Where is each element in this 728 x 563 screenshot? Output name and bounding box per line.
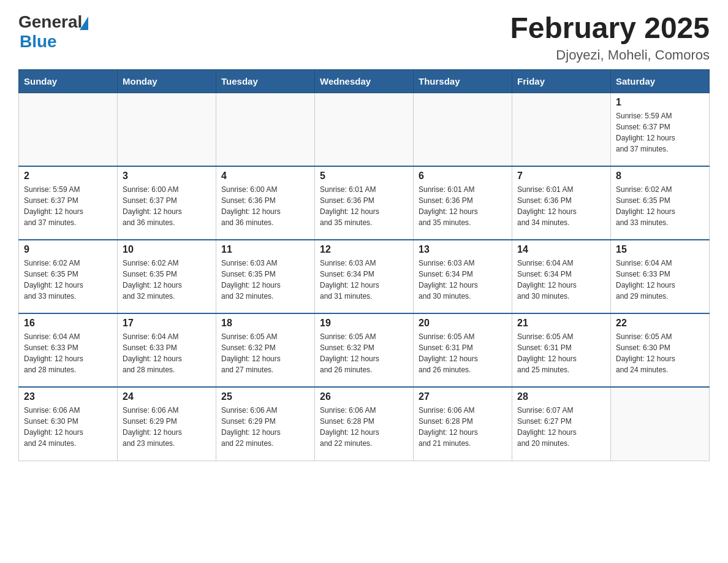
- logo: General Blue: [18, 12, 88, 52]
- day-info: Sunrise: 6:01 AM Sunset: 6:36 PM Dayligh…: [320, 184, 408, 228]
- day-info: Sunrise: 6:06 AM Sunset: 6:29 PM Dayligh…: [221, 405, 309, 449]
- calendar-day-cell: 19Sunrise: 6:05 AM Sunset: 6:32 PM Dayli…: [315, 313, 414, 387]
- calendar-day-cell: 25Sunrise: 6:06 AM Sunset: 6:29 PM Dayli…: [216, 387, 315, 461]
- calendar-header-row: SundayMondayTuesdayWednesdayThursdayFrid…: [19, 69, 710, 93]
- day-number: 20: [419, 318, 507, 329]
- calendar-day-cell: 14Sunrise: 6:04 AM Sunset: 6:34 PM Dayli…: [512, 240, 611, 313]
- title-area: February 2025 Djoyezi, Moheli, Comoros: [510, 12, 710, 63]
- day-number: 14: [517, 244, 605, 255]
- calendar-day-cell: [118, 93, 216, 166]
- calendar-day-cell: 7Sunrise: 6:01 AM Sunset: 6:36 PM Daylig…: [512, 166, 611, 240]
- calendar-day-cell: 28Sunrise: 6:07 AM Sunset: 6:27 PM Dayli…: [512, 387, 611, 461]
- calendar-day-cell: 26Sunrise: 6:06 AM Sunset: 6:28 PM Dayli…: [315, 387, 414, 461]
- calendar-day-cell: 3Sunrise: 6:00 AM Sunset: 6:37 PM Daylig…: [118, 166, 216, 240]
- day-number: 16: [24, 318, 112, 329]
- calendar-day-cell: [19, 93, 118, 166]
- page-header: General Blue February 2025 Djoyezi, Mohe…: [18, 12, 710, 63]
- calendar-week-row: 2Sunrise: 5:59 AM Sunset: 6:37 PM Daylig…: [19, 166, 710, 240]
- day-info: Sunrise: 6:05 AM Sunset: 6:31 PM Dayligh…: [419, 331, 507, 375]
- calendar-day-cell: 27Sunrise: 6:06 AM Sunset: 6:28 PM Dayli…: [414, 387, 512, 461]
- calendar-week-row: 16Sunrise: 6:04 AM Sunset: 6:33 PM Dayli…: [19, 313, 710, 387]
- calendar-day-cell: [611, 387, 710, 461]
- calendar-day-cell: [414, 93, 512, 166]
- calendar-day-cell: 15Sunrise: 6:04 AM Sunset: 6:33 PM Dayli…: [611, 240, 710, 313]
- logo-text-blue: Blue: [20, 32, 57, 52]
- day-number: 11: [221, 244, 309, 255]
- day-info: Sunrise: 6:02 AM Sunset: 6:35 PM Dayligh…: [24, 258, 112, 302]
- day-info: Sunrise: 6:00 AM Sunset: 6:36 PM Dayligh…: [221, 184, 309, 228]
- day-info: Sunrise: 6:06 AM Sunset: 6:28 PM Dayligh…: [320, 405, 408, 449]
- day-number: 1: [616, 97, 704, 108]
- day-info: Sunrise: 6:02 AM Sunset: 6:35 PM Dayligh…: [616, 184, 704, 228]
- day-number: 9: [24, 244, 112, 255]
- column-header-friday: Friday: [512, 69, 611, 93]
- column-header-saturday: Saturday: [611, 69, 710, 93]
- day-number: 17: [123, 318, 211, 329]
- day-number: 27: [419, 391, 507, 402]
- column-header-sunday: Sunday: [19, 69, 118, 93]
- location-title: Djoyezi, Moheli, Comoros: [510, 47, 710, 63]
- calendar-week-row: 9Sunrise: 6:02 AM Sunset: 6:35 PM Daylig…: [19, 240, 710, 313]
- column-header-wednesday: Wednesday: [315, 69, 414, 93]
- calendar-table: SundayMondayTuesdayWednesdayThursdayFrid…: [18, 69, 710, 461]
- month-title: February 2025: [510, 12, 710, 45]
- logo-text-general: General: [18, 12, 82, 32]
- logo-triangle-icon: [80, 17, 88, 30]
- day-number: 18: [221, 318, 309, 329]
- day-number: 12: [320, 244, 408, 255]
- calendar-day-cell: [512, 93, 611, 166]
- day-number: 5: [320, 170, 408, 182]
- calendar-week-row: 1Sunrise: 5:59 AM Sunset: 6:37 PM Daylig…: [19, 93, 710, 166]
- day-number: 21: [517, 318, 605, 329]
- calendar-day-cell: 8Sunrise: 6:02 AM Sunset: 6:35 PM Daylig…: [611, 166, 710, 240]
- day-number: 22: [616, 318, 704, 329]
- day-number: 10: [123, 244, 211, 255]
- day-number: 28: [517, 391, 605, 402]
- calendar-day-cell: 13Sunrise: 6:03 AM Sunset: 6:34 PM Dayli…: [414, 240, 512, 313]
- day-number: 24: [123, 391, 211, 402]
- day-info: Sunrise: 6:06 AM Sunset: 6:30 PM Dayligh…: [24, 405, 112, 449]
- day-info: Sunrise: 6:01 AM Sunset: 6:36 PM Dayligh…: [419, 184, 507, 228]
- day-number: 23: [24, 391, 112, 402]
- day-info: Sunrise: 6:04 AM Sunset: 6:33 PM Dayligh…: [24, 331, 112, 375]
- day-info: Sunrise: 6:07 AM Sunset: 6:27 PM Dayligh…: [517, 405, 605, 449]
- calendar-day-cell: 23Sunrise: 6:06 AM Sunset: 6:30 PM Dayli…: [19, 387, 118, 461]
- day-info: Sunrise: 6:05 AM Sunset: 6:32 PM Dayligh…: [320, 331, 408, 375]
- day-info: Sunrise: 6:06 AM Sunset: 6:29 PM Dayligh…: [123, 405, 211, 449]
- calendar-week-row: 23Sunrise: 6:06 AM Sunset: 6:30 PM Dayli…: [19, 387, 710, 461]
- calendar-day-cell: 9Sunrise: 6:02 AM Sunset: 6:35 PM Daylig…: [19, 240, 118, 313]
- day-info: Sunrise: 6:05 AM Sunset: 6:30 PM Dayligh…: [616, 331, 704, 375]
- day-info: Sunrise: 6:05 AM Sunset: 6:32 PM Dayligh…: [221, 331, 309, 375]
- calendar-day-cell: 16Sunrise: 6:04 AM Sunset: 6:33 PM Dayli…: [19, 313, 118, 387]
- day-info: Sunrise: 6:01 AM Sunset: 6:36 PM Dayligh…: [517, 184, 605, 228]
- column-header-monday: Monday: [118, 69, 216, 93]
- day-info: Sunrise: 6:03 AM Sunset: 6:34 PM Dayligh…: [419, 258, 507, 302]
- calendar-day-cell: 17Sunrise: 6:04 AM Sunset: 6:33 PM Dayli…: [118, 313, 216, 387]
- day-number: 15: [616, 244, 704, 255]
- day-info: Sunrise: 6:06 AM Sunset: 6:28 PM Dayligh…: [419, 405, 507, 449]
- day-info: Sunrise: 6:04 AM Sunset: 6:34 PM Dayligh…: [517, 258, 605, 302]
- day-info: Sunrise: 6:03 AM Sunset: 6:35 PM Dayligh…: [221, 258, 309, 302]
- calendar-day-cell: 6Sunrise: 6:01 AM Sunset: 6:36 PM Daylig…: [414, 166, 512, 240]
- day-info: Sunrise: 6:04 AM Sunset: 6:33 PM Dayligh…: [123, 331, 211, 375]
- day-info: Sunrise: 5:59 AM Sunset: 6:37 PM Dayligh…: [616, 110, 704, 155]
- day-info: Sunrise: 5:59 AM Sunset: 6:37 PM Dayligh…: [24, 184, 112, 228]
- calendar-day-cell: 5Sunrise: 6:01 AM Sunset: 6:36 PM Daylig…: [315, 166, 414, 240]
- day-number: 2: [24, 170, 112, 182]
- day-number: 3: [123, 170, 211, 182]
- day-info: Sunrise: 6:02 AM Sunset: 6:35 PM Dayligh…: [123, 258, 211, 302]
- calendar-day-cell: 11Sunrise: 6:03 AM Sunset: 6:35 PM Dayli…: [216, 240, 315, 313]
- column-header-thursday: Thursday: [414, 69, 512, 93]
- calendar-day-cell: 10Sunrise: 6:02 AM Sunset: 6:35 PM Dayli…: [118, 240, 216, 313]
- day-info: Sunrise: 6:05 AM Sunset: 6:31 PM Dayligh…: [517, 331, 605, 375]
- day-number: 6: [419, 170, 507, 182]
- day-number: 8: [616, 170, 704, 182]
- day-number: 19: [320, 318, 408, 329]
- calendar-day-cell: [315, 93, 414, 166]
- calendar-day-cell: [216, 93, 315, 166]
- calendar-day-cell: 4Sunrise: 6:00 AM Sunset: 6:36 PM Daylig…: [216, 166, 315, 240]
- day-number: 13: [419, 244, 507, 255]
- day-number: 26: [320, 391, 408, 402]
- column-header-tuesday: Tuesday: [216, 69, 315, 93]
- calendar-day-cell: 20Sunrise: 6:05 AM Sunset: 6:31 PM Dayli…: [414, 313, 512, 387]
